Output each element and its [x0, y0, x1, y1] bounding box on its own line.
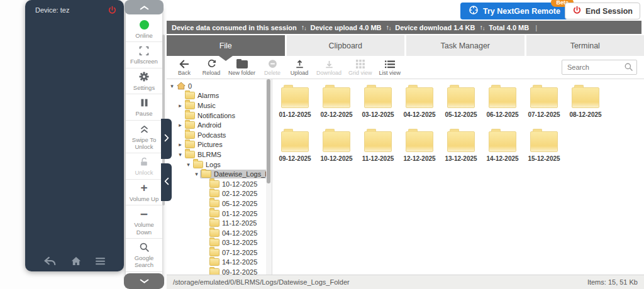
tab-clipboard[interactable]: Clipboard [287, 35, 405, 56]
tree-expand-arrow-icon[interactable]: ▸ [177, 122, 184, 128]
grid-folder-01-12-2025[interactable]: 01-12-2025 [274, 82, 316, 126]
tree-item-content[interactable]: 01-12-2025 [208, 209, 260, 218]
tree-item-pictures[interactable]: ▸Pictures [167, 140, 266, 150]
folder-icon [572, 87, 599, 108]
grid-folder-07-12-2025[interactable]: 07-12-2025 [523, 82, 565, 126]
grid-folder-05-12-2025[interactable]: 05-12-2025 [440, 82, 482, 126]
tree-item-podcasts[interactable]: Podcasts [167, 130, 266, 140]
nav-back-icon[interactable] [44, 256, 56, 266]
tree-item-content[interactable]: BLRMS [184, 150, 224, 159]
grid-folder-13-12-2025[interactable]: 13-12-2025 [440, 126, 482, 170]
tree-item-content[interactable]: 09-12-2025 [208, 268, 260, 275]
tab-label: Terminal [570, 41, 600, 50]
tree-item-10-12-2025[interactable]: 10-12-2025 [167, 179, 266, 189]
tab-file[interactable]: File [167, 35, 285, 56]
tree-expand-arrow-icon[interactable]: ▾ [193, 171, 200, 177]
tree-item-music[interactable]: ▸Music [167, 101, 266, 111]
grid-folder-12-12-2025[interactable]: 12-12-2025 [399, 126, 440, 170]
expand-panel-handle[interactable] [161, 119, 172, 159]
double-chevron-up-icon [139, 124, 150, 134]
end-session-button[interactable]: End Session [565, 3, 640, 19]
sidebar-item-volume-up[interactable]: +Volume Up [126, 179, 162, 205]
nav-recents-icon[interactable] [96, 258, 105, 265]
tree-item-content[interactable]: 03-12-2025 [208, 238, 260, 247]
grid-folder-03-12-2025[interactable]: 03-12-2025 [357, 82, 399, 126]
tree-item-notifications[interactable]: Notifications [167, 111, 266, 121]
collapse-panel-handle[interactable] [161, 163, 172, 201]
grid-folder-02-12-2025[interactable]: 02-12-2025 [316, 82, 357, 126]
tree-expand-arrow-icon[interactable]: ▾ [169, 83, 175, 89]
tree-expand-arrow-icon[interactable]: ▾ [177, 151, 184, 158]
tree-item-blrms[interactable]: ▾BLRMS [167, 150, 266, 160]
sidebar-item-volume-down[interactable]: −Volume Down [126, 205, 162, 238]
tree-item-content[interactable]: 11-12-2025 [208, 219, 259, 227]
sidebar-item-fullscreen[interactable]: Fullscreen [126, 41, 162, 67]
tree-item-content[interactable]: Android [184, 121, 224, 129]
sidebar-scroll-down-button[interactable] [124, 273, 164, 289]
device-power-icon[interactable] [106, 4, 118, 16]
tab-terminal[interactable]: Terminal [526, 35, 644, 56]
sidebar-item-online[interactable]: Online [126, 16, 162, 41]
tree-item-content[interactable]: Pictures [184, 140, 225, 149]
grid-folder-14-12-2025[interactable]: 14-12-2025 [482, 126, 523, 170]
tree-item-14-12-2025[interactable]: 14-12-2025 [167, 258, 266, 268]
tree-item-02-12-2025[interactable]: 02-12-2025 [167, 189, 266, 199]
toolbar-upload-button[interactable]: Upload [287, 58, 311, 77]
tree-item-content[interactable]: Music [184, 101, 218, 110]
device-mirror-panel[interactable]: Device: tez [25, 0, 124, 271]
tree-item-content[interactable]: 02-12-2025 [208, 189, 260, 198]
grid-folder-08-12-2025[interactable]: 08-12-2025 [565, 82, 606, 126]
fullscreen-icon [139, 45, 149, 56]
tree-scrollbar[interactable] [266, 79, 272, 275]
tree-item-11-12-2025[interactable]: 11-12-2025 [167, 218, 266, 228]
tree-item-content[interactable]: Logs [192, 160, 223, 169]
sidebar-item-settings[interactable]: Settings [126, 68, 162, 94]
tree-item-content[interactable]: 04-12-2025 [208, 229, 260, 237]
sidebar-item-pause[interactable]: Pause [126, 94, 162, 119]
tree-item-content[interactable]: 07-12-2025 [208, 248, 260, 257]
tree-item-content[interactable]: Datewise_Logs_Folder [200, 170, 266, 178]
folder-icon [193, 161, 203, 168]
tree-scrollbar-thumb[interactable] [267, 79, 270, 183]
sidebar-item-google-search[interactable]: Google Search [126, 238, 162, 271]
sidebar-item-swipe-to-unlock[interactable]: Swipe To Unlock [126, 120, 162, 153]
grid-folder-11-12-2025[interactable]: 11-12-2025 [357, 126, 399, 170]
tree-item-01-12-2025[interactable]: 01-12-2025 [167, 209, 266, 219]
try-nextgen-remote-button[interactable]: Try NextGen Remote Beta [460, 3, 569, 19]
tree-item-content[interactable]: Podcasts [184, 131, 228, 139]
nav-home-icon[interactable] [71, 256, 81, 266]
tree-item-label: Logs [206, 161, 221, 168]
tree-item-03-12-2025[interactable]: 03-12-2025 [167, 238, 266, 248]
tree-item-content[interactable]: 05-12-2025 [208, 199, 260, 208]
tree-item-content[interactable]: 10-12-2025 [208, 180, 260, 188]
tree-item-05-12-2025[interactable]: 05-12-2025 [167, 199, 266, 209]
tree-item-logs[interactable]: ▾Logs [167, 160, 266, 170]
tree-item-alarms[interactable]: Alarms [167, 91, 266, 101]
sidebar-item-unlock[interactable]: Unlock [126, 153, 162, 178]
tree-item-content[interactable]: Alarms [184, 91, 221, 100]
tree-item-datewise-logs-folder[interactable]: ▾Datewise_Logs_Folder [167, 169, 266, 179]
grid-folder-10-12-2025[interactable]: 10-12-2025 [316, 126, 357, 170]
grid-folder-06-12-2025[interactable]: 06-12-2025 [482, 82, 523, 126]
tab-task-manager[interactable]: Task Manager [406, 35, 525, 56]
tree-item-android[interactable]: ▸Android [167, 120, 266, 130]
tree-item-content[interactable]: 14-12-2025 [208, 258, 260, 266]
tree-item-content[interactable]: 0 [175, 81, 194, 90]
search-box [562, 60, 637, 75]
data-usage-text: Device download 1.4 KB [395, 24, 475, 31]
sidebar-collapse-up-button[interactable] [125, 0, 164, 14]
tree-expand-arrow-icon[interactable]: ▸ [177, 102, 184, 109]
toolbar-list-view-button[interactable]: List view [377, 58, 403, 77]
tree-item-0[interactable]: ▾0 [167, 81, 266, 91]
tree-expand-arrow-icon[interactable]: ▸ [177, 141, 184, 148]
tree-expand-arrow-icon[interactable]: ▾ [185, 161, 192, 168]
tree-item-04-12-2025[interactable]: 04-12-2025 [167, 228, 266, 238]
tree-item-content[interactable]: Notifications [184, 111, 238, 120]
tree-item-09-12-2025[interactable]: 09-12-2025 [167, 267, 266, 275]
tree-item-07-12-2025[interactable]: 07-12-2025 [167, 248, 266, 258]
download-icon [325, 58, 334, 68]
grid-folder-15-12-2025[interactable]: 15-12-2025 [523, 126, 565, 170]
toolbar-back-button[interactable]: Back [172, 58, 196, 77]
grid-folder-09-12-2025[interactable]: 09-12-2025 [274, 126, 316, 170]
grid-folder-04-12-2025[interactable]: 04-12-2025 [399, 82, 440, 126]
